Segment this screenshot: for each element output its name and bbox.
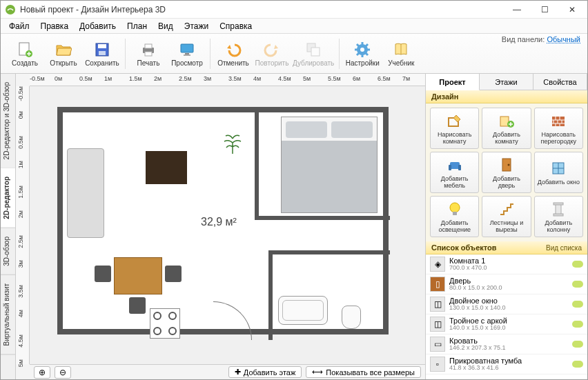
svg-rect-10 (185, 53, 189, 54)
visibility-toggle[interactable] (572, 301, 583, 308)
visibility-toggle[interactable] (572, 361, 583, 368)
door-swing[interactable] (213, 301, 252, 340)
tool-add-lighting[interactable]: Добавить освещение (430, 196, 479, 237)
tool-add-column[interactable]: Добавить колонну (534, 196, 583, 237)
door-icon: ▯ (430, 277, 445, 292)
menu-floors[interactable]: Этажи (180, 20, 213, 32)
svg-rect-20 (450, 162, 460, 169)
floorplan-canvas[interactable]: 32,9 м² (30, 86, 425, 364)
menu-plan[interactable]: План (123, 20, 151, 32)
tab-floors[interactable]: Этажи (480, 74, 533, 90)
tab-properties[interactable]: Свойства (533, 74, 587, 90)
tool-add-room[interactable]: Добавить комнату (482, 108, 531, 149)
visibility-toggle[interactable] (572, 321, 583, 328)
room-outline[interactable]: 32,9 м² (57, 107, 389, 334)
svg-rect-7 (145, 44, 152, 48)
vtab-2d-editor[interactable]: 2D-редактор (1, 168, 15, 228)
tv-stand-object[interactable] (146, 151, 187, 184)
view-button[interactable]: Просмотр (168, 35, 206, 72)
tool-stairs-cutouts[interactable]: Лестницы и вырезы (482, 196, 531, 237)
window-icon: ◫ (430, 297, 445, 312)
svg-rect-28 (556, 204, 561, 214)
chair-object[interactable] (165, 266, 182, 282)
window-title: Новый проект - Дизайн Интерьера 3D (20, 5, 166, 14)
save-icon (92, 40, 112, 59)
close-button[interactable]: ✕ (558, 1, 586, 19)
menubar: Файл Правка Добавить План Вид Этажи Спра… (1, 19, 587, 34)
chair-object[interactable] (129, 297, 146, 314)
vtab-3d-view[interactable]: 3D-обзор (1, 228, 15, 275)
pencil-room-icon (446, 112, 464, 130)
duplicate-button[interactable]: Дублировать (292, 35, 335, 72)
vtab-virtual-visit[interactable]: Виртуальный визит (1, 275, 15, 355)
objects-section-header: Список объектов Вид списка (426, 241, 587, 254)
bathtub-object[interactable] (278, 296, 328, 325)
menu-file[interactable]: Файл (5, 20, 34, 32)
chair-object[interactable] (95, 266, 111, 282)
toilet-object[interactable] (342, 306, 361, 329)
create-button[interactable]: Создать (6, 35, 43, 72)
manual-button[interactable]: Учебник (382, 35, 420, 72)
panel-mode-link[interactable]: Обычный (547, 35, 580, 43)
maximize-button[interactable]: ☐ (531, 1, 558, 19)
app-logo-icon (5, 4, 16, 15)
list-item[interactable]: ▫Прикроватная тумба41.8 x 36.3 x 41.6 (426, 354, 587, 374)
tool-draw-room[interactable]: Нарисовать комнату (430, 108, 479, 149)
plant-object[interactable] (220, 130, 245, 155)
list-item[interactable]: ▭Кровать146.2 x 207.3 x 75.1 (426, 334, 587, 354)
add-floor-button[interactable]: ✚Добавить этаж (228, 366, 302, 378)
open-button[interactable]: Открыть (45, 35, 82, 72)
tool-add-furniture[interactable]: Добавить мебель (430, 152, 479, 193)
undo-button[interactable]: Отменить (215, 35, 252, 72)
zoom-out-button[interactable]: ⊖ (55, 366, 71, 379)
redo-button[interactable]: Повторить (253, 35, 291, 72)
svg-rect-21 (449, 165, 451, 170)
list-item[interactable]: ▯Дверь80.0 x 15.0 x 200.0 (426, 274, 587, 294)
svg-rect-4 (98, 44, 106, 48)
zoom-in-button[interactable]: ⊕ (34, 366, 50, 379)
new-file-icon (15, 40, 35, 59)
show-all-sizes-button[interactable]: ⟷Показывать все размеры (306, 366, 421, 378)
tool-draw-partition[interactable]: Нарисовать перегородку (534, 108, 583, 149)
visibility-toggle[interactable] (572, 261, 583, 268)
tab-project[interactable]: Проект (426, 74, 480, 90)
monitor-icon (177, 40, 197, 59)
tool-add-door[interactable]: Добавить дверь (482, 152, 531, 193)
menu-edit[interactable]: Правка (37, 20, 73, 32)
nightstand-icon: ▫ (430, 357, 445, 372)
column-icon (549, 200, 567, 218)
design-section-header: Дизайн (426, 90, 587, 103)
toolbar: Создать Открыть Сохранить Печать Просмот… (1, 34, 587, 74)
vtab-combo[interactable]: 2D-редактор и 3D-обзор (1, 74, 15, 168)
dining-table-object[interactable] (114, 257, 162, 294)
ruler-vertical: -0.5м 0м 0.5м 1м 1.5м 2м 2.5м 3м 3.5м 4м… (16, 86, 30, 364)
visibility-toggle[interactable] (572, 341, 583, 348)
gear-icon (353, 40, 372, 59)
sofa-object[interactable] (67, 148, 104, 238)
tool-add-window[interactable]: Добавить окно (534, 152, 583, 193)
menu-view[interactable]: Вид (154, 20, 177, 32)
svg-rect-8 (145, 52, 152, 56)
duplicate-icon (304, 40, 323, 59)
vertical-tabs: 2D-редактор и 3D-обзор 2D-редактор 3D-об… (1, 74, 16, 379)
save-button[interactable]: Сохранить (84, 35, 121, 72)
print-button[interactable]: Печать (130, 35, 167, 72)
redo-icon (262, 40, 282, 59)
bed-object[interactable] (281, 117, 378, 213)
menu-help[interactable]: Справка (215, 20, 256, 32)
plus-icon: ✚ (235, 368, 241, 377)
list-item[interactable]: ◈Комната 1700.0 x 470.0 (426, 254, 587, 274)
undo-icon (224, 40, 243, 59)
list-item[interactable]: ◫Тройное с аркой140.0 x 15.0 x 169.0 (426, 314, 587, 334)
brick-wall-icon (549, 112, 567, 130)
bed-icon: ▭ (430, 337, 445, 352)
menu-add[interactable]: Добавить (75, 20, 120, 32)
settings-button[interactable]: Настройки (344, 35, 381, 72)
stove-object[interactable] (150, 308, 180, 339)
list-item[interactable]: ◫Двойное окно130.0 x 15.0 x 140.0 (426, 294, 587, 314)
window-icon (549, 159, 567, 177)
minimize-button[interactable]: — (503, 1, 531, 19)
list-view-mode-link[interactable]: Вид списка (546, 244, 582, 252)
titlebar: Новый проект - Дизайн Интерьера 3D — ☐ ✕ (1, 1, 587, 19)
visibility-toggle[interactable] (572, 281, 583, 288)
